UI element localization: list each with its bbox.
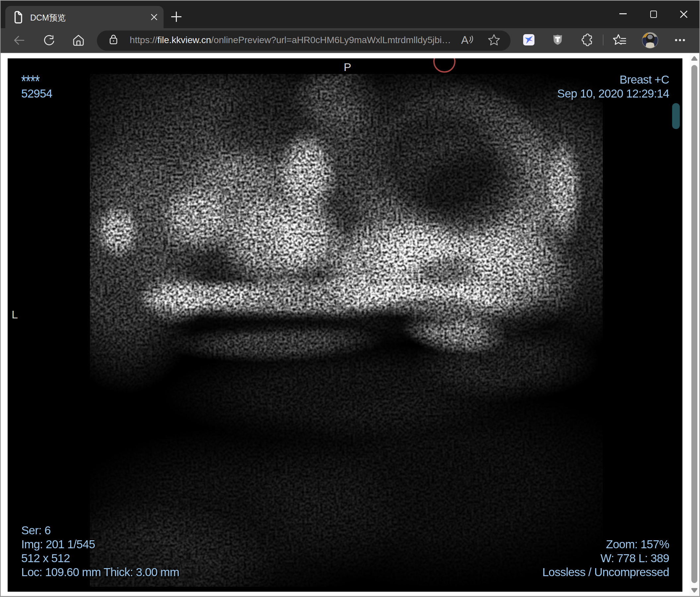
svg-text:A: A	[461, 34, 469, 46]
